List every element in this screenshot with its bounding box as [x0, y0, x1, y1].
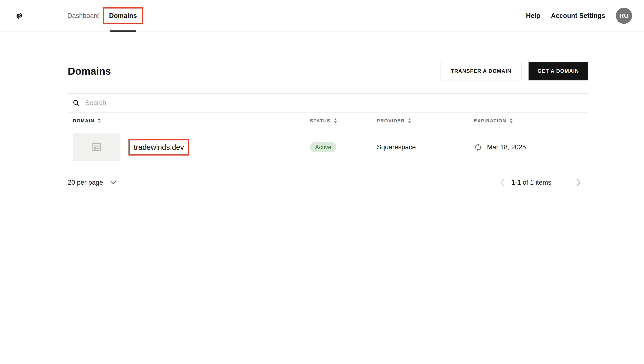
squarespace-logo-icon[interactable] — [14, 10, 25, 21]
page-title: Domains — [68, 65, 111, 77]
chevron-right-icon — [576, 178, 581, 187]
table-header: DOMAIN STATUS PROVIDER EXPIRATION — [68, 112, 588, 129]
auto-renew-icon — [474, 143, 482, 152]
nav-item-dashboard[interactable]: Dashboard — [67, 0, 103, 32]
per-page-label: 20 per page — [68, 179, 103, 186]
chevron-down-icon — [110, 180, 117, 184]
column-label-provider: PROVIDER — [377, 118, 405, 124]
domain-cell: tradewinds.dev — [68, 134, 310, 161]
column-header-expiration[interactable]: EXPIRATION — [474, 118, 588, 124]
chevron-left-icon — [500, 178, 505, 187]
sort-icon — [509, 118, 513, 124]
search-bar — [68, 93, 588, 112]
pagination: 1-1 of 1 items — [500, 178, 581, 187]
status-badge: Active — [310, 142, 336, 152]
column-header-provider[interactable]: PROVIDER — [377, 118, 474, 124]
site-thumbnail[interactable] — [73, 134, 120, 161]
previous-page-button[interactable] — [500, 178, 505, 187]
nav-dashboard-label: Dashboard — [67, 12, 100, 20]
status-cell: Active — [310, 142, 377, 152]
active-tab-underline — [110, 30, 136, 32]
next-page-button[interactable] — [576, 178, 581, 187]
domain-link[interactable]: tradewinds.dev — [128, 139, 189, 156]
sort-icon — [408, 118, 411, 124]
nav-domains-label: Domains — [109, 12, 137, 19]
help-link[interactable]: Help — [526, 12, 540, 20]
search-input[interactable] — [85, 99, 341, 107]
pagination-range: 1-1 of 1 items — [511, 179, 551, 186]
nav-item-domains[interactable]: Domains — [103, 0, 143, 32]
sort-icon — [334, 118, 337, 124]
column-header-domain[interactable]: DOMAIN — [68, 118, 310, 124]
expiration-cell: Mar 18, 2025 — [474, 143, 588, 152]
domain-name-text: tradewinds.dev — [134, 143, 184, 151]
avatar[interactable]: RU — [616, 8, 632, 24]
avatar-initials: RU — [619, 12, 629, 19]
pagination-range-current: 1-1 — [511, 179, 521, 186]
squarespace-logo-glyph — [14, 11, 25, 21]
transfer-domain-button[interactable]: TRANSFER A DOMAIN — [441, 62, 522, 80]
top-bar-right: Help Account Settings RU — [526, 8, 632, 24]
expiration-date: Mar 18, 2025 — [487, 144, 526, 151]
top-bar: Dashboard Domains Help Account Settings … — [0, 0, 644, 32]
pagination-range-suffix: of 1 items — [521, 179, 551, 186]
per-page-selector[interactable]: 20 per page — [68, 179, 117, 186]
table-footer: 20 per page 1-1 of 1 items — [68, 175, 588, 190]
get-domain-button[interactable]: GET A DOMAIN — [529, 62, 588, 80]
annotation-box-domains-nav: Domains — [103, 7, 143, 24]
primary-nav: Dashboard Domains — [67, 0, 143, 32]
domains-page: Domains TRANSFER A DOMAIN GET A DOMAIN D… — [68, 62, 588, 190]
table-row[interactable]: tradewinds.dev Active Squarespace Mar 18… — [68, 129, 588, 165]
column-label-status: STATUS — [310, 118, 331, 124]
column-label-expiration: EXPIRATION — [474, 118, 506, 124]
title-row: Domains TRANSFER A DOMAIN GET A DOMAIN — [68, 62, 588, 80]
column-header-status[interactable]: STATUS — [310, 118, 377, 124]
page-actions: TRANSFER A DOMAIN GET A DOMAIN — [441, 62, 588, 80]
annotation-box-domain-name: tradewinds.dev — [128, 139, 189, 156]
column-label-domain: DOMAIN — [73, 118, 94, 124]
browser-window-icon — [92, 144, 101, 151]
provider-cell: Squarespace — [377, 144, 474, 151]
sort-icon — [97, 118, 101, 124]
account-settings-link[interactable]: Account Settings — [551, 12, 605, 20]
search-icon — [73, 100, 80, 106]
